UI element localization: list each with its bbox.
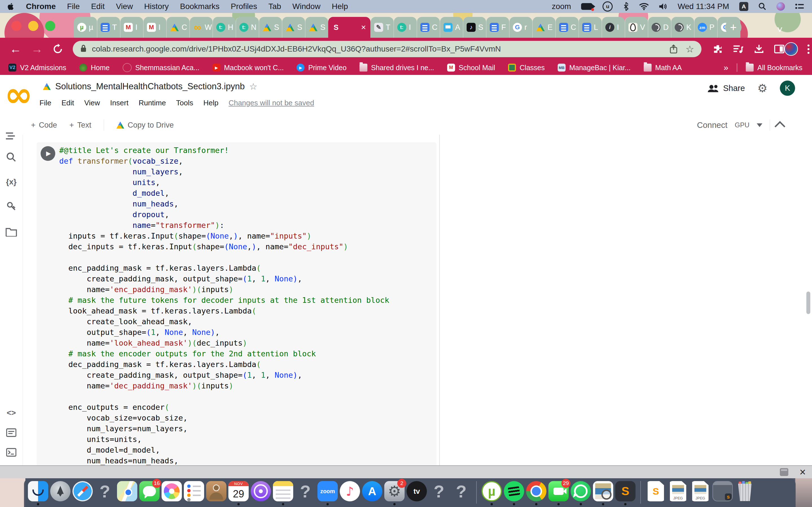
code-editor[interactable]: #@title Let's create our Transformer!def…: [59, 145, 389, 466]
dock-item-notes[interactable]: [273, 481, 293, 505]
dock-item-messages[interactable]: 16: [139, 481, 160, 505]
dock-item-jpeg-file[interactable]: JPEG: [668, 481, 688, 505]
colab-logo[interactable]: ∞: [4, 75, 33, 114]
bookmark-star-icon[interactable]: ☆: [686, 43, 694, 55]
menu-item-tab[interactable]: Tab: [268, 2, 281, 11]
spotlight-icon[interactable]: [758, 3, 766, 10]
collapse-header-chevron[interactable]: [774, 121, 785, 131]
dock-item-zoom[interactable]: zoom: [317, 481, 338, 505]
dock-item-spotify[interactable]: [504, 481, 524, 505]
colab-menu-edit[interactable]: Edit: [61, 99, 74, 107]
dock-item-music[interactable]: ♪: [340, 481, 360, 505]
dock-item-trash[interactable]: [735, 481, 755, 505]
bookmarks-overflow-chevron[interactable]: »: [724, 63, 728, 72]
reload-button[interactable]: [52, 44, 63, 54]
copy-to-drive-button[interactable]: Copy to Drive: [116, 121, 174, 129]
dock-item-system-preferences[interactable]: ⚙2: [384, 481, 405, 505]
browser-tab[interactable]: E: [532, 17, 555, 38]
add-code-button[interactable]: +Code: [31, 121, 57, 129]
dock-item-reminders[interactable]: [184, 481, 204, 505]
bookmark-shared-drives-i-ne-[interactable]: Shared drives I ne...: [359, 64, 434, 72]
browser-tab[interactable]: t:N: [236, 17, 259, 38]
dock-item-facetime[interactable]: 29: [548, 481, 569, 505]
chrome-profile-avatar[interactable]: [784, 42, 798, 56]
bookmark-prime-video[interactable]: ▶Prime Video: [297, 64, 347, 72]
dock-item-minimized-window[interactable]: S: [712, 481, 733, 505]
input-source-icon[interactable]: A: [739, 2, 748, 11]
dock-item-podcasts[interactable]: [251, 481, 271, 505]
extensions-puzzle-icon[interactable]: [713, 44, 723, 54]
side-panel-icon[interactable]: [774, 45, 784, 54]
files-folder-icon[interactable]: [0, 227, 22, 238]
dock-item-maps[interactable]: [117, 481, 137, 505]
connect-button[interactable]: Connect: [697, 121, 727, 130]
browser-tab[interactable]: L: [578, 17, 602, 38]
tab-close-icon[interactable]: ×: [361, 22, 366, 32]
forward-button[interactable]: →: [31, 42, 43, 56]
window-zoom-button[interactable]: [45, 21, 55, 31]
menu-item-window[interactable]: Window: [292, 2, 320, 11]
browser-tab[interactable]: ♪S: [463, 17, 486, 38]
browser-tab[interactable]: D: [648, 17, 671, 38]
window-minimize-button[interactable]: [28, 21, 38, 31]
pane-divider[interactable]: [439, 135, 440, 465]
bookmark-school-mail[interactable]: MSchool Mail: [447, 64, 495, 72]
browser-tab[interactable]: t:H: [213, 17, 236, 38]
dock-item-jpeg-file[interactable]: JPEG: [690, 481, 711, 505]
browser-tab[interactable]: A: [440, 17, 463, 38]
menu-item-profiles[interactable]: Profiles: [231, 2, 257, 11]
colab-menu-file[interactable]: File: [40, 99, 51, 107]
dock-item-safari[interactable]: [72, 481, 93, 505]
code-snippets-icon[interactable]: <>: [0, 408, 22, 417]
dock-item-preview[interactable]: [593, 481, 613, 505]
dock-item-missing-app[interactable]: ?: [451, 481, 471, 505]
window-close-button[interactable]: [11, 21, 21, 31]
menu-app-name[interactable]: Chrome: [26, 2, 56, 11]
bookmark-shemmassian-aca-[interactable]: Shemmassian Aca...: [123, 63, 200, 72]
settings-gear-icon[interactable]: ⚙: [757, 82, 767, 95]
browser-tab[interactable]: t:I: [394, 17, 417, 38]
window-thumbnail-icon[interactable]: [780, 468, 788, 476]
all-bookmarks[interactable]: All Bookmarks: [746, 64, 802, 72]
browser-tab[interactable]: µµ: [74, 17, 97, 38]
share-page-icon[interactable]: [669, 44, 678, 54]
run-cell-button[interactable]: ▶: [41, 146, 55, 161]
menu-item-edit[interactable]: Edit: [91, 2, 105, 11]
browser-tab[interactable]: zmP: [694, 17, 717, 38]
dock-item-sublime-file[interactable]: S: [646, 481, 666, 505]
menu-item-file[interactable]: File: [67, 2, 80, 11]
search-icon[interactable]: [0, 152, 22, 163]
menu-item-bookmarks[interactable]: Bookmarks: [180, 2, 219, 11]
bookmark-classes[interactable]: Classes: [508, 64, 545, 72]
browser-tab[interactable]: S: [305, 17, 328, 38]
zoom-camera-icon[interactable]: [581, 3, 592, 10]
unsaved-changes-link[interactable]: Changes will not be saved: [229, 99, 314, 107]
code-cell[interactable]: ▶ #@title Let's create our Transformer!d…: [37, 142, 437, 465]
account-avatar[interactable]: K: [780, 80, 795, 96]
browser-tab[interactable]: MI: [143, 17, 166, 38]
browser-tab[interactable]: C: [417, 17, 440, 38]
table-of-contents-icon[interactable]: [0, 131, 22, 142]
menu-item-history[interactable]: History: [144, 2, 168, 11]
connect-dropdown-caret[interactable]: [757, 123, 762, 127]
colab-menu-help[interactable]: Help: [203, 99, 218, 107]
tab-search-chevron-icon[interactable]: ˅: [777, 24, 783, 35]
dock-item-missing-app[interactable]: ?: [95, 481, 115, 505]
browser-tab[interactable]: ✎T: [370, 17, 394, 38]
zoom-menu-label[interactable]: zoom: [552, 2, 571, 11]
notebook-title[interactable]: Solutions_MentalHealthChatbots_Section3.…: [55, 81, 245, 92]
playlist-extension-icon[interactable]: [733, 44, 744, 54]
dock-item-calendar[interactable]: NOV29: [229, 481, 249, 505]
bookmark-managebac-kiar-[interactable]: MBManageBac | Kiar...: [558, 64, 631, 72]
secrets-key-icon[interactable]: [0, 201, 22, 212]
dock-item-missing-app[interactable]: ?: [295, 481, 315, 505]
dock-item-apple-tv[interactable]: tv: [407, 481, 427, 505]
browser-tab[interactable]: T: [97, 17, 120, 38]
terminal-icon[interactable]: [0, 448, 22, 458]
dock-item-app-store[interactable]: A: [362, 481, 382, 505]
menu-clock[interactable]: Wed 11:34 PM: [677, 2, 729, 11]
star-notebook-icon[interactable]: ☆: [249, 81, 257, 92]
volume-icon[interactable]: [659, 3, 667, 10]
scrollbar-thumb[interactable]: [806, 291, 810, 314]
colab-menu-insert[interactable]: Insert: [110, 99, 129, 107]
